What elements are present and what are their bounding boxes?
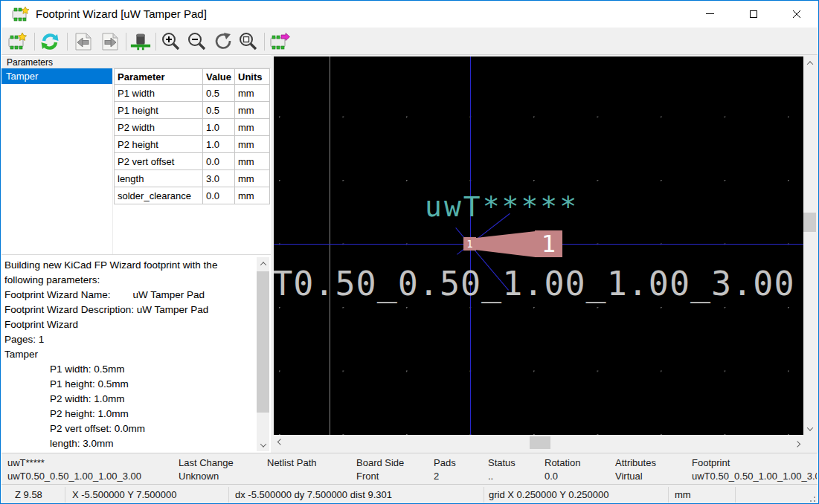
- resize-grip-icon[interactable]: [807, 494, 816, 503]
- footprint-canvas[interactable]: 1 1 uwT***** uwT0.50_0.50_1.00_1.00_3.00: [274, 56, 803, 435]
- page-item-tamper[interactable]: Tamper: [1, 68, 112, 84]
- param-name: P1 height: [115, 102, 203, 119]
- scrollbar-thumb[interactable]: [803, 213, 816, 232]
- info-attributes: Attributes Virtual: [615, 457, 656, 484]
- status-separator: [735, 487, 736, 503]
- scroll-up-icon[interactable]: [803, 56, 816, 69]
- export-footprint-button[interactable]: [269, 30, 291, 53]
- info-footprint: Footprint uwT0.50_0.50_1.00_1.00_3.00: [692, 457, 817, 484]
- toolbar-separator: [264, 33, 265, 51]
- wizard-pages-list: Tamper: [1, 68, 113, 254]
- message-line: Tamper: [4, 347, 254, 362]
- zoom-out-button[interactable]: [186, 30, 208, 53]
- param-value[interactable]: 3.0: [203, 170, 235, 187]
- minimize-button[interactable]: [693, 1, 727, 27]
- scroll-up-icon[interactable]: [257, 257, 269, 270]
- parameters-table: Parameter Value Units P1 width 0.5 mm P1…: [114, 68, 270, 254]
- param-value[interactable]: 0.0: [203, 187, 235, 204]
- pad-1-large: 1: [535, 230, 562, 257]
- scrollbar-thumb[interactable]: [257, 271, 269, 413]
- table-row: solder_clearance 0.0 mm: [115, 187, 270, 204]
- table-row: P1 width 0.5 mm: [115, 85, 270, 102]
- scrollbar-thumb[interactable]: [530, 436, 550, 449]
- select-wizard-button[interactable]: [6, 30, 28, 53]
- scroll-down-icon[interactable]: [803, 422, 816, 435]
- status-units: mm: [675, 489, 691, 500]
- export-footprint-icon: [269, 32, 290, 51]
- param-units: mm: [235, 85, 270, 102]
- param-name: P2 vert offset: [115, 153, 203, 170]
- table-row: P2 vert offset 0.0 mm: [115, 153, 270, 170]
- next-page-button[interactable]: [99, 30, 121, 53]
- vertical-scrollbar[interactable]: [803, 56, 816, 435]
- message-text: Building new KiCad FP Wizard footprint w…: [4, 258, 254, 451]
- param-units: mm: [235, 136, 270, 153]
- message-line: length: 3.0mm: [4, 436, 254, 451]
- message-scrollbar[interactable]: [257, 257, 269, 451]
- toolbar: [1, 28, 818, 55]
- status-cursor-position: X -5.500000 Y 7.500000: [72, 489, 176, 500]
- toolbar-separator: [126, 33, 126, 51]
- sheet-boundary-line: [330, 56, 330, 435]
- footprint-wizard-icon: [7, 32, 28, 51]
- horizontal-scrollbar[interactable]: [274, 436, 803, 449]
- message-line: Footprint Wizard: [4, 317, 254, 332]
- zoom-in-button[interactable]: [160, 30, 182, 53]
- param-value[interactable]: 0.5: [203, 85, 235, 102]
- maximize-button[interactable]: [736, 1, 771, 27]
- close-button[interactable]: [780, 1, 814, 27]
- column-header-parameter: Parameter: [115, 69, 203, 85]
- param-units: mm: [235, 119, 270, 136]
- app-icon: [10, 6, 30, 22]
- param-value[interactable]: 0.5: [203, 102, 235, 119]
- param-units: mm: [235, 102, 270, 119]
- message-panel: Building new KiCad FP Wizard footprint w…: [1, 254, 271, 453]
- info-reference: uwT***** uwT0.50_0.50_1.00_1.00_3.00: [7, 457, 141, 484]
- table-row: P2 width 1.0 mm: [115, 119, 270, 136]
- param-name: P1 width: [115, 85, 203, 102]
- zoom-fit-button[interactable]: [237, 30, 260, 53]
- pad-1-small: 1: [463, 237, 476, 251]
- refresh-icon: [39, 31, 60, 52]
- param-value[interactable]: 0.0: [203, 153, 235, 170]
- zoom-out-icon: [187, 31, 208, 52]
- info-netlist-path: Netlist Path: [267, 457, 316, 484]
- redraw-button[interactable]: [212, 30, 234, 53]
- parameters-panel: Parameters Tamper Parameter Value Units …: [1, 55, 271, 453]
- scroll-down-icon[interactable]: [257, 439, 269, 451]
- scroll-right-icon[interactable]: [791, 436, 803, 449]
- toolbar-separator: [34, 33, 35, 51]
- message-line: P2 width: 1.0mm: [4, 392, 254, 407]
- message-line: Building new KiCad FP Wizard footprint w…: [4, 258, 254, 273]
- toolbar-separator: [155, 33, 156, 51]
- maximize-icon: [750, 10, 757, 18]
- show-pads-button[interactable]: [129, 30, 152, 53]
- message-line: Footprint Wizard Description: uW Tamper …: [4, 303, 254, 317]
- message-line: P1 width: 0.5mm: [4, 362, 254, 377]
- param-value[interactable]: 1.0: [203, 119, 235, 136]
- status-separator: [65, 487, 65, 503]
- message-line: P2 height: 1.0mm: [4, 407, 254, 421]
- zoom-in-icon: [161, 31, 182, 52]
- info-board-side: Board Side Front: [356, 457, 404, 484]
- scroll-left-icon[interactable]: [274, 436, 286, 449]
- column-header-units: Units: [235, 69, 270, 85]
- title-bar[interactable]: Footprint Wizard [uW Tamper Pad]: [1, 1, 818, 28]
- redraw-icon: [213, 31, 234, 52]
- status-separator: [228, 487, 229, 503]
- minimize-icon: [706, 13, 714, 14]
- param-units: mm: [235, 170, 270, 187]
- message-line: P2 vert offset: 0.0mm: [4, 421, 254, 436]
- toolbar-separator: [67, 33, 68, 51]
- status-grid: grid X 0.250000 Y 0.250000: [489, 489, 608, 500]
- param-units: mm: [235, 153, 270, 170]
- footprint-value-text: uwT0.50_0.50_1.00_1.00_3.00: [274, 264, 795, 303]
- close-icon: [792, 10, 801, 19]
- regenerate-button[interactable]: [39, 30, 61, 53]
- message-line: Pages: 1: [4, 332, 254, 347]
- pad-taper: [476, 230, 536, 257]
- previous-page-button[interactable]: [72, 30, 94, 53]
- column-header-value: Value: [203, 69, 235, 85]
- param-value[interactable]: 1.0: [203, 136, 235, 153]
- status-separator: [668, 487, 669, 503]
